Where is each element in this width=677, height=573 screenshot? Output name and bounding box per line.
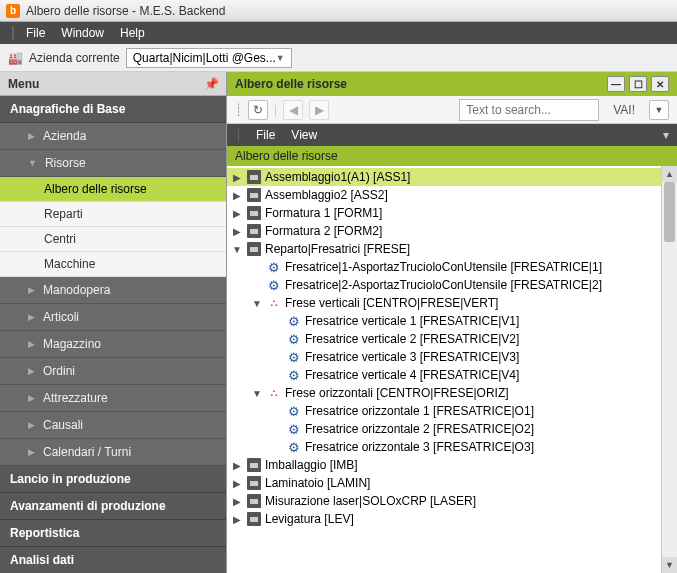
sidebar-item-attrezzature[interactable]: ▶Attrezzature — [0, 385, 226, 412]
tree-scrollbar[interactable]: ▲ ▼ — [661, 166, 677, 573]
tree-node-v1[interactable]: Fresatrice verticale 1 [FRESATRICE|V1] — [227, 312, 677, 330]
tree-node-fres2[interactable]: Fresatrice|2-AsportazTrucioloConUtensile… — [227, 276, 677, 294]
sidebar-sub-reparti[interactable]: Reparti — [0, 202, 226, 227]
azienda-label: Azienda corrente — [29, 51, 120, 65]
nav-forward-button[interactable]: ▶ — [309, 100, 329, 120]
sidebar-item-ordini[interactable]: ▶Ordini — [0, 358, 226, 385]
menu-window[interactable]: Window — [53, 26, 112, 40]
menu-help[interactable]: Help — [112, 26, 153, 40]
tree-node-form1[interactable]: Formatura 1 [FORM1] — [227, 204, 677, 222]
sidebar-body: Anagrafiche di Base ▶Azienda ▼Risorse Al… — [0, 96, 226, 573]
panel-toolbar: ┊ ↻ | ◀ ▶ VAI! ▼ — [227, 96, 677, 124]
collapse-icon[interactable] — [231, 244, 243, 255]
search-go-button[interactable]: VAI! — [605, 100, 643, 120]
scroll-thumb[interactable] — [664, 182, 675, 242]
azienda-combo[interactable]: Quarta|Nicim|Lotti @Ges... ▼ — [126, 48, 292, 68]
main-menubar: File Window Help — [0, 22, 677, 44]
menu-file[interactable]: File — [18, 26, 53, 40]
pin-icon[interactable]: 📌 — [204, 77, 218, 91]
expand-icon[interactable] — [231, 190, 243, 201]
tree-node-v4[interactable]: Fresatrice verticale 4 [FRESATRICE|V4] — [227, 366, 677, 384]
tree-node-fres1[interactable]: Fresatrice|1-AsportazTrucioloConUtensile… — [227, 258, 677, 276]
chevron-right-icon: ▶ — [28, 312, 35, 322]
maximize-button[interactable]: ☐ — [629, 76, 647, 92]
sidebar-group-avanzamenti[interactable]: Avanzamenti di produzione — [0, 493, 226, 520]
toolbar-grip-icon: ┊ — [235, 103, 242, 117]
machine-icon — [287, 440, 301, 454]
collapse-icon[interactable] — [251, 388, 263, 399]
workcenter-icon: ⛬ — [267, 296, 281, 310]
tree-node-o1[interactable]: Fresatrice orizzontale 1 [FRESATRICE|O1] — [227, 402, 677, 420]
scroll-down-button[interactable]: ▼ — [662, 557, 677, 573]
refresh-button[interactable]: ↻ — [248, 100, 268, 120]
panel-menubar: ┊ File View ▾ — [227, 124, 677, 146]
tree-node-laser[interactable]: Misurazione laser|SOLOxCRP [LASER] — [227, 492, 677, 510]
tree-node-form2[interactable]: Formatura 2 [FORM2] — [227, 222, 677, 240]
close-button[interactable]: ✕ — [651, 76, 669, 92]
machine-icon — [287, 350, 301, 364]
sidebar-item-causali[interactable]: ▶Causali — [0, 412, 226, 439]
search-options-button[interactable]: ▼ — [649, 100, 669, 120]
search-input[interactable] — [459, 99, 599, 121]
panel-title: Albero delle risorse — [235, 77, 347, 91]
menubar-grip-icon: ┊ — [235, 128, 242, 142]
sidebar-group-reportistica[interactable]: Reportistica — [0, 520, 226, 547]
tree-node-vert[interactable]: ⛬Frese verticali [CENTRO|FRESE|VERT] — [227, 294, 677, 312]
tree-node-lev[interactable]: Levigatura [LEV] — [227, 510, 677, 528]
tree-node-o2[interactable]: Fresatrice orizzontale 2 [FRESATRICE|O2] — [227, 420, 677, 438]
tree-node-v2[interactable]: Fresatrice verticale 2 [FRESATRICE|V2] — [227, 330, 677, 348]
sidebar-item-manodopera[interactable]: ▶Manodopera — [0, 277, 226, 304]
collapse-icon[interactable] — [251, 298, 263, 309]
expand-icon[interactable] — [231, 514, 243, 525]
expand-icon[interactable] — [231, 460, 243, 471]
sidebar-group-lancio[interactable]: Lancio in produzione — [0, 466, 226, 493]
department-icon — [247, 188, 261, 202]
tree-node-ass1[interactable]: Assemblaggio1(A1) [ASS1] — [227, 168, 677, 186]
expand-icon[interactable] — [231, 226, 243, 237]
tree-node-ass2[interactable]: Assemblaggio2 [ASS2] — [227, 186, 677, 204]
sidebar-item-calendari[interactable]: ▶Calendari / Turni — [0, 439, 226, 466]
panel-menu-overflow[interactable]: ▾ — [663, 128, 669, 142]
chevron-right-icon: ▶ — [28, 285, 35, 295]
expand-icon[interactable] — [231, 208, 243, 219]
department-icon — [247, 512, 261, 526]
sidebar-header: Menu 📌 — [0, 72, 226, 96]
tree-node-lamin[interactable]: Laminatoio [LAMIN] — [227, 474, 677, 492]
expand-icon[interactable] — [231, 496, 243, 507]
machine-icon — [287, 332, 301, 346]
panel-menu-file[interactable]: File — [248, 128, 283, 142]
scroll-up-button[interactable]: ▲ — [662, 166, 677, 182]
sidebar-sub-centri[interactable]: Centri — [0, 227, 226, 252]
tree-node-imb[interactable]: Imballaggio [IMB] — [227, 456, 677, 474]
department-icon — [247, 458, 261, 472]
tree-node-oriz[interactable]: ⛬Frese orizzontali [CENTRO|FRESE|ORIZ] — [227, 384, 677, 402]
sidebar-title: Menu — [8, 77, 39, 91]
minimize-button[interactable]: — — [607, 76, 625, 92]
window-title: Albero delle risorse - M.E.S. Backend — [26, 4, 225, 18]
sidebar-item-magazzino[interactable]: ▶Magazzino — [0, 331, 226, 358]
sidebar-group-anagrafiche[interactable]: Anagrafiche di Base — [0, 96, 226, 123]
nav-back-button[interactable]: ◀ — [283, 100, 303, 120]
resource-tree[interactable]: Assemblaggio1(A1) [ASS1] Assemblaggio2 [… — [227, 166, 677, 573]
panel-menu-view[interactable]: View — [283, 128, 325, 142]
sidebar-item-articoli[interactable]: ▶Articoli — [0, 304, 226, 331]
tree-node-frese[interactable]: Reparto|Fresatrici [FRESE] — [227, 240, 677, 258]
sidebar-sub-albero[interactable]: Albero delle risorse — [0, 177, 226, 202]
tree-node-o3[interactable]: Fresatrice orizzontale 3 [FRESATRICE|O3] — [227, 438, 677, 456]
tree-column-header[interactable]: Albero delle risorse — [227, 146, 677, 166]
department-icon — [247, 170, 261, 184]
chevron-down-icon: ▼ — [276, 53, 285, 63]
sidebar-sub-macchine[interactable]: Macchine — [0, 252, 226, 277]
expand-icon[interactable] — [231, 478, 243, 489]
sidebar-group-analisi[interactable]: Analisi dati — [0, 547, 226, 573]
machine-icon — [267, 260, 281, 274]
sidebar: Menu 📌 Anagrafiche di Base ▶Azienda ▼Ris… — [0, 72, 227, 573]
chevron-right-icon: ▶ — [28, 366, 35, 376]
chevron-right-icon: ▶ — [28, 393, 35, 403]
sidebar-item-azienda[interactable]: ▶Azienda — [0, 123, 226, 150]
department-icon — [247, 206, 261, 220]
sidebar-item-risorse[interactable]: ▼Risorse — [0, 150, 226, 177]
machine-icon — [287, 422, 301, 436]
tree-node-v3[interactable]: Fresatrice verticale 3 [FRESATRICE|V3] — [227, 348, 677, 366]
expand-icon[interactable] — [231, 172, 243, 183]
